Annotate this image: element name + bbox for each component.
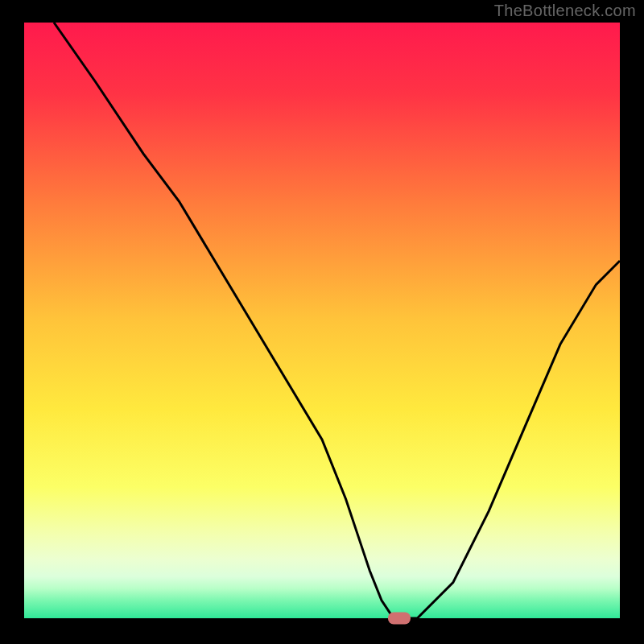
chart-frame: TheBottleneck.com	[0, 0, 644, 644]
plot-area	[24, 23, 620, 618]
gradient-background	[24, 23, 620, 618]
attribution-watermark: TheBottleneck.com	[494, 2, 636, 20]
plot-svg	[24, 23, 620, 618]
optimum-marker	[388, 613, 411, 625]
